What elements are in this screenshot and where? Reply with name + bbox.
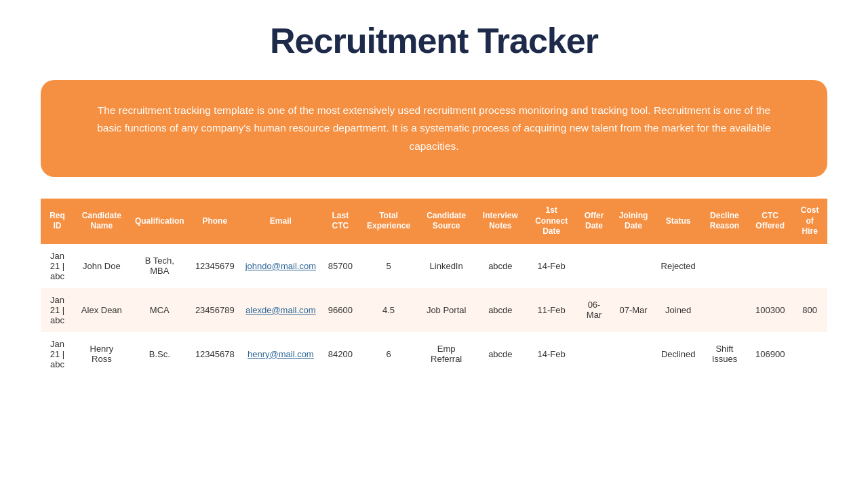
- col-candidate-name: Candidate Name: [74, 199, 130, 244]
- cell-decline_reason: [701, 244, 748, 288]
- cell-connect_date: 14-Feb: [526, 332, 577, 376]
- cell-status: Joined: [656, 288, 701, 332]
- col-ctc-offered: CTC Offered: [748, 199, 792, 244]
- cell-connect_date: 11-Feb: [526, 288, 577, 332]
- cell-joining_date: [612, 244, 656, 288]
- cell-experience: 6: [359, 332, 418, 376]
- cell-source: LinkedIn: [418, 244, 474, 288]
- cell-qualification: B Tech, MBA: [130, 244, 190, 288]
- col-cost-of-hire: Cost of Hire: [792, 199, 827, 244]
- cell-joining_date: [612, 332, 656, 376]
- cell-joining_date: 07-Mar: [612, 288, 656, 332]
- cell-interview_notes: abcde: [475, 288, 526, 332]
- description-box: The recruitment tracking template is one…: [41, 80, 827, 177]
- cell-decline_reason: [701, 288, 748, 332]
- cell-source: Job Portal: [418, 288, 474, 332]
- email-link[interactable]: alexde@mail.com: [245, 305, 316, 315]
- col-source: Candidate Source: [418, 199, 474, 244]
- cell-cost_of_hire: [792, 332, 827, 376]
- cell-status: Rejected: [656, 244, 701, 288]
- col-req-id: Req ID: [41, 199, 74, 244]
- table-row: Jan 21 | abcAlex DeanMCA23456789alexde@m…: [41, 288, 827, 332]
- col-connect-date: 1st Connect Date: [526, 199, 577, 244]
- cell-qualification: MCA: [130, 288, 190, 332]
- col-last-ctc: Last CTC: [321, 199, 359, 244]
- cell-last_ctc: 96600: [321, 288, 359, 332]
- cell-phone: 23456789: [190, 288, 240, 332]
- col-decline-reason: Decline Reason: [701, 199, 748, 244]
- cell-phone: 12345679: [190, 244, 240, 288]
- col-experience: Total Experience: [359, 199, 418, 244]
- table-header-row: Req ID Candidate Name Qualification Phon…: [41, 199, 827, 244]
- cell-email: johndo@mail.com: [240, 244, 321, 288]
- cell-req_id: Jan 21 | abc: [41, 288, 74, 332]
- cell-interview_notes: abcde: [475, 332, 526, 376]
- cell-cost_of_hire: 800: [792, 288, 827, 332]
- cell-name: Henry Ross: [74, 332, 130, 376]
- col-offer-date: Offer Date: [577, 199, 612, 244]
- cell-name: John Doe: [74, 244, 130, 288]
- cell-req_id: Jan 21 | abc: [41, 244, 74, 288]
- cell-experience: 4.5: [359, 288, 418, 332]
- cell-ctc_offered: 106900: [748, 332, 792, 376]
- table-row: Jan 21 | abcJohn DoeB Tech, MBA12345679j…: [41, 244, 827, 288]
- page-title: Recruitment Tracker: [270, 20, 598, 61]
- cell-req_id: Jan 21 | abc: [41, 332, 74, 376]
- email-link[interactable]: johndo@mail.com: [245, 261, 316, 271]
- cell-phone: 12345678: [190, 332, 240, 376]
- cell-email: henry@mail.com: [240, 332, 321, 376]
- cell-last_ctc: 84200: [321, 332, 359, 376]
- recruitment-table: Req ID Candidate Name Qualification Phon…: [41, 199, 827, 376]
- cell-interview_notes: abcde: [475, 244, 526, 288]
- cell-cost_of_hire: [792, 244, 827, 288]
- cell-status: Declined: [656, 332, 701, 376]
- cell-decline_reason: Shift Issues: [701, 332, 748, 376]
- email-link[interactable]: henry@mail.com: [248, 349, 314, 359]
- cell-name: Alex Dean: [74, 288, 130, 332]
- cell-last_ctc: 85700: [321, 244, 359, 288]
- cell-connect_date: 14-Feb: [526, 244, 577, 288]
- cell-offer_date: [577, 244, 612, 288]
- table-container: Req ID Candidate Name Qualification Phon…: [41, 199, 827, 376]
- col-interview-notes: Interview Notes: [475, 199, 526, 244]
- col-joining-date: Joining Date: [612, 199, 656, 244]
- cell-email: alexde@mail.com: [240, 288, 321, 332]
- table-row: Jan 21 | abcHenry RossB.Sc.12345678henry…: [41, 332, 827, 376]
- cell-ctc_offered: [748, 244, 792, 288]
- cell-offer_date: 06-Mar: [577, 288, 612, 332]
- col-qualification: Qualification: [130, 199, 190, 244]
- cell-experience: 5: [359, 244, 418, 288]
- cell-offer_date: [577, 332, 612, 376]
- cell-source: Emp Referral: [418, 332, 474, 376]
- cell-qualification: B.Sc.: [130, 332, 190, 376]
- cell-ctc_offered: 100300: [748, 288, 792, 332]
- col-email: Email: [240, 199, 321, 244]
- col-status: Status: [656, 199, 701, 244]
- col-phone: Phone: [190, 199, 240, 244]
